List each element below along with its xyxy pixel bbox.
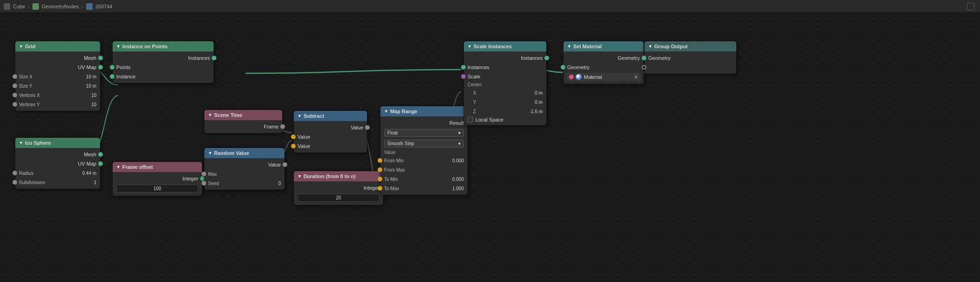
ico-radius-val: 0.44 m: [82, 171, 96, 176]
iop-instance-row: Instance: [113, 72, 214, 81]
sub-value2-row: Value: [294, 141, 367, 151]
mr-float-label: Float: [387, 130, 398, 135]
si-title: Scale Instances: [474, 44, 512, 49]
si-localspace-label: Local Space: [475, 117, 504, 122]
mr-smooth-dropdown[interactable]: Smooth Step ▾: [384, 140, 464, 147]
iop-points-socket[interactable]: [110, 65, 114, 70]
grid-uvmap-socket[interactable]: [98, 65, 103, 70]
subtract-node: ▼ Subtract Value Value Value: [293, 110, 367, 153]
si-instances-out-socket[interactable]: [544, 56, 549, 60]
ico-radius-socket[interactable]: [13, 171, 17, 175]
si-header: ▼ Scale Instances: [464, 41, 546, 51]
group-output-node: ▼ Group Output Geometry: [644, 41, 737, 74]
grid-vertx-socket[interactable]: [13, 93, 17, 97]
scene-time-header: ▼ Scene Time: [204, 110, 282, 120]
rv-max-socket[interactable]: [202, 172, 206, 176]
grid-mesh-socket[interactable]: [98, 56, 103, 60]
grid-verty-socket[interactable]: [13, 102, 17, 107]
mr-tomax-label: To Max: [384, 186, 452, 191]
sm-geo-in-socket[interactable]: [561, 65, 565, 70]
ico-mesh-socket[interactable]: [98, 152, 103, 157]
fo-value-input[interactable]: [116, 185, 198, 192]
grid-node: ▼ Grid Mesh UV Map Size X 10 m Size Y 10…: [15, 41, 101, 111]
sm-title: Set Material: [573, 44, 602, 49]
si-localspace-row: Local Space: [464, 116, 546, 123]
ico-subdiv-socket[interactable]: [13, 180, 17, 185]
rv-body: Value Max Seed 0: [204, 158, 285, 190]
mr-title: Map Range: [390, 109, 417, 114]
iop-header: ▼ Instance on Points: [113, 41, 214, 51]
sm-geo-in-label: Geometry: [567, 64, 589, 70]
rv-seed-row: Seed 0: [204, 179, 285, 188]
mr-float-row: Float ▾: [380, 128, 468, 138]
scene-time-title: Scene Time: [214, 112, 242, 118]
frame-offset-title: Frame offset: [122, 164, 153, 170]
iop-instances-out-label: Instances: [188, 55, 210, 61]
go-dot-socket[interactable]: [642, 65, 646, 70]
iop-body: Instances Points Instance: [113, 51, 214, 83]
geo-icon: [32, 3, 39, 10]
grid-vertx-row: Vertices X 10: [15, 90, 100, 100]
sub-value2-socket[interactable]: [291, 144, 296, 148]
mr-tomin-socket[interactable]: [378, 177, 382, 181]
sub-value1-row: Value: [294, 132, 367, 141]
mr-tomax-socket[interactable]: [378, 186, 382, 191]
grid-sizex-socket[interactable]: [13, 74, 17, 79]
iop-points-label: Points: [116, 64, 131, 70]
node-canvas[interactable]: ▼ Grid Mesh UV Map Size X 10 m Size Y 10…: [0, 13, 980, 282]
mr-frommax-socket[interactable]: [378, 167, 382, 172]
mr-smooth-row: Smooth Step ▾: [380, 138, 468, 149]
iop-instances-out-socket[interactable]: [212, 56, 216, 60]
dur-value-input[interactable]: [297, 194, 379, 202]
mr-tomin-label: To Min: [384, 177, 452, 182]
frame-label: 260744: [95, 4, 113, 9]
sub-value1-socket[interactable]: [291, 135, 296, 139]
si-localspace-checkbox[interactable]: [468, 117, 473, 122]
frame-offset-node: ▼ Frame offset Integer: [112, 161, 202, 196]
maximize-button[interactable]: [967, 3, 974, 10]
mr-float-dropdown[interactable]: Float ▾: [384, 129, 464, 137]
grid-sizey-label: Size Y: [19, 83, 86, 89]
si-body: Instances Instances Scale Center: X 0 m …: [464, 51, 546, 125]
si-scale-row: Scale: [464, 72, 546, 81]
grid-uvmap-label: UV Map: [78, 64, 96, 70]
rv-value-out-label: Value: [268, 162, 281, 167]
sep2: ›: [82, 4, 83, 9]
mr-smooth-arrow: ▾: [458, 141, 461, 146]
mr-frommin-label: From Min: [384, 158, 452, 163]
rv-value-out-socket[interactable]: [283, 162, 287, 167]
grid-mesh-label: Mesh: [84, 55, 96, 61]
topbar: Cube › GeometryNodes › 260744: [0, 0, 980, 13]
sm-mat-socket[interactable]: [569, 75, 574, 79]
mr-tomin-val: 0.000: [452, 177, 464, 182]
grid-sizex-val: 10 m: [86, 74, 96, 79]
mr-frommin-socket[interactable]: [378, 158, 382, 163]
si-scale-socket[interactable]: [461, 74, 466, 79]
sm-geo-out-label: Geometry: [618, 55, 640, 61]
iop-instance-socket[interactable]: [110, 74, 114, 79]
fo-value-row: [113, 183, 202, 194]
fo-integer-label: Integer: [183, 176, 198, 181]
rv-seed-val: 0: [278, 181, 281, 186]
go-dot-row: [645, 63, 736, 72]
si-instances-in-socket[interactable]: [461, 65, 466, 70]
mr-header: ▼ Map Range: [380, 106, 468, 116]
sm-material-remove[interactable]: ✕: [634, 74, 638, 80]
ico-mesh-label: Mesh: [84, 152, 96, 157]
go-header: ▼ Group Output: [645, 41, 736, 51]
si-instances-in-row: Instances: [464, 63, 546, 72]
ico-uvmap-socket[interactable]: [98, 161, 103, 166]
st-frame-socket[interactable]: [280, 124, 285, 129]
grid-body: Mesh UV Map Size X 10 m Size Y 10 m Vert…: [15, 51, 100, 111]
grid-sizey-socket[interactable]: [13, 83, 17, 88]
go-geo-socket[interactable]: [642, 56, 646, 60]
grid-verty-row: Vertices Y 10: [15, 100, 100, 109]
scene-time-body: Frame: [204, 120, 282, 133]
sub-value-out-socket[interactable]: [365, 125, 370, 130]
random-value-node: ▼ Random Value Value Max Seed 0: [204, 147, 285, 190]
rv-seed-socket[interactable]: [202, 181, 206, 186]
grid-mesh-row: Mesh: [15, 53, 100, 63]
frame-offset-header: ▼ Frame offset: [113, 162, 202, 172]
si-cz-val: -1.6 m: [530, 109, 543, 114]
map-range-node: ▼ Map Range Result Float ▾ Smooth Step ▾…: [380, 106, 468, 195]
